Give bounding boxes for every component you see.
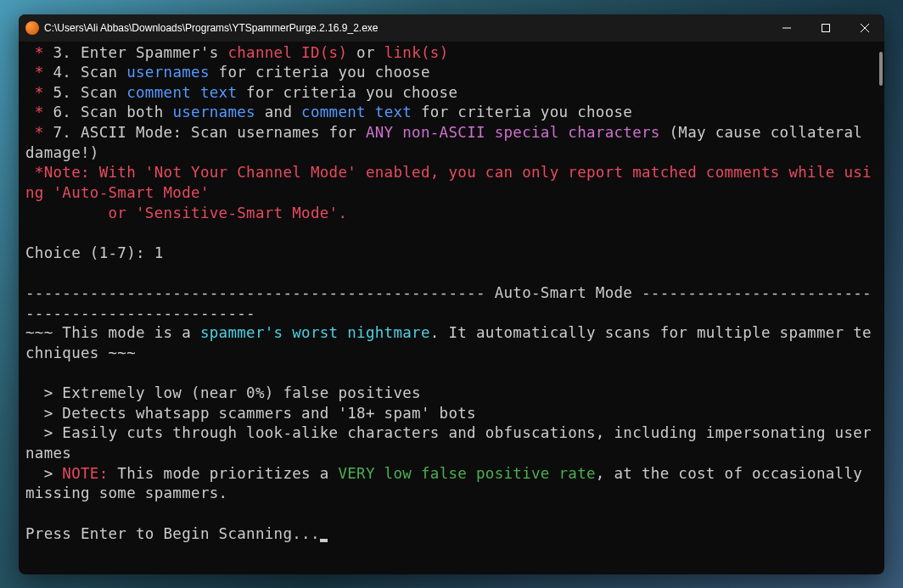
- window-controls: [767, 14, 884, 42]
- terminal-window: C:\Users\Ali Abbas\Downloads\Programs\YT…: [19, 14, 884, 574]
- mode-description: ~~~ This mode is a spammer's worst night…: [25, 323, 878, 363]
- blank: [25, 504, 878, 524]
- scrollbar-thumb[interactable]: [879, 52, 883, 86]
- option-6: * 6. Scan both usernames and comment tex…: [25, 103, 878, 123]
- close-button[interactable]: [845, 14, 884, 42]
- minimize-icon: [782, 24, 791, 32]
- note-line-2: or 'Sensitive-Smart Mode'.: [25, 204, 878, 224]
- option-7: * 7. ASCII Mode: Scan usernames for ANY …: [25, 123, 878, 163]
- svg-rect-1: [822, 24, 830, 31]
- minimize-button[interactable]: [767, 14, 806, 42]
- option-5: * 5. Scan comment text for criteria you …: [25, 83, 878, 104]
- option-4: * 4. Scan usernames for criteria you cho…: [25, 63, 878, 83]
- bullet-2: > Detects whatsapp scammers and '18+ spa…: [25, 404, 878, 424]
- option-3: * 3. Enter Spammer's channel ID(s) or li…: [25, 43, 878, 64]
- window-title: C:\Users\Ali Abbas\Downloads\Programs\YT…: [44, 22, 767, 34]
- press-enter-prompt: Press Enter to Begin Scanning...: [25, 524, 878, 545]
- cursor: [320, 539, 328, 542]
- terminal-output[interactable]: * 3. Enter Spammer's channel ID(s) or li…: [19, 42, 884, 574]
- bullet-4: > NOTE: This mode prioritizes a VERY low…: [25, 464, 878, 504]
- note-line-1: *Note: With 'Not Your Channel Mode' enab…: [25, 163, 878, 203]
- choice-prompt: Choice (1-7): 1: [25, 244, 878, 264]
- blank: [25, 263, 878, 283]
- close-icon: [861, 24, 869, 32]
- titlebar: C:\Users\Ali Abbas\Downloads\Programs\YT…: [19, 14, 884, 42]
- bullet-1: > Extremely low (near 0%) false positive…: [25, 384, 878, 404]
- blank: [25, 223, 878, 244]
- maximize-icon: [822, 24, 830, 32]
- app-icon: [25, 21, 39, 35]
- maximize-button[interactable]: [806, 14, 845, 42]
- bullet-3: > Easily cuts through look-alike charact…: [25, 423, 878, 463]
- mode-divider: ----------------------------------------…: [25, 283, 878, 323]
- blank: [25, 364, 878, 384]
